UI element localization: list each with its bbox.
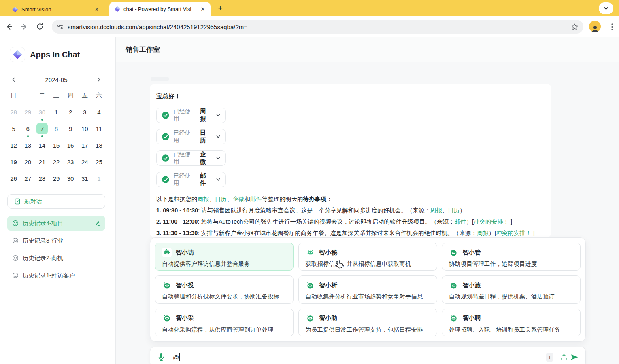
used-tool-chip-weekly[interactable]: 已经使用 周报	[156, 108, 226, 123]
tab-smart-vision[interactable]: Smart Vision ✕	[7, 2, 104, 16]
calendar-day[interactable]: 2	[64, 106, 78, 118]
conflict-warning[interactable]: 冲突的安排！	[496, 230, 531, 236]
agent-card-zhixiaofang[interactable]: 智小访 自动提供客户拜访信息并整合服务	[155, 243, 294, 271]
agent-card-zhixiaoxi[interactable]: 智小析 自动收集并分析行业市场趋势和竞争对手信息	[298, 275, 437, 303]
calendar-day[interactable]: 26	[6, 173, 21, 184]
source-link[interactable]: 周报	[430, 207, 442, 214]
app-brand: Apps In Chat	[10, 47, 80, 62]
calendar-day[interactable]: 1	[92, 173, 106, 184]
profile-avatar[interactable]	[589, 21, 601, 32]
back-button[interactable]	[2, 20, 15, 33]
calendar-day-today[interactable]: 7	[35, 123, 49, 134]
calendar-day[interactable]: 29	[49, 173, 63, 184]
agent-card-zhixiaoguan[interactable]: 智小管 协助项目管理工作，追踪项目进度	[442, 243, 581, 271]
calendar-day[interactable]: 11	[92, 123, 106, 134]
tab-chat-active[interactable]: chat - Powered by Smart Visi ✕	[109, 2, 211, 16]
calendar-day[interactable]: 30	[64, 173, 78, 184]
url-bar[interactable]: smartvision.dcclouds.com/appsinchat/2404…	[52, 20, 583, 34]
used-tool-chip-wecom[interactable]: 已经使用 企微	[156, 150, 226, 166]
tool-link[interactable]: 企微	[233, 196, 245, 202]
calendar-day[interactable]: 5	[6, 123, 21, 134]
calendar-day[interactable]: 14	[35, 140, 49, 151]
calendar-day[interactable]: 6	[21, 123, 35, 134]
agent-card-zhixiaopin[interactable]: 智小聘 处理招聘、入职、培训和员工关系管理任务	[442, 309, 581, 336]
browser-tab-strip: Smart Vision ✕ chat - Powered by Smart V…	[0, 0, 619, 16]
bookmark-star-icon[interactable]	[571, 23, 579, 31]
calendar-day[interactable]: 1	[49, 106, 63, 118]
calendar-day[interactable]: 15	[49, 140, 63, 151]
calendar-day[interactable]: 24	[78, 156, 92, 167]
agent-card-zhixiaolv[interactable]: 智小旅 自动规划出差日程，提供机票、酒店预订	[442, 275, 581, 303]
source-link[interactable]: 周报	[477, 230, 489, 236]
calendar-day[interactable]: 12	[6, 140, 21, 151]
calendar-day[interactable]: 21	[35, 156, 49, 167]
send-icon[interactable]	[569, 352, 580, 362]
calendar-day[interactable]: 23	[64, 156, 78, 167]
calendar-next-icon[interactable]	[94, 75, 104, 85]
check-circle-icon	[162, 111, 170, 119]
calendar-day[interactable]: 31	[78, 173, 92, 184]
calendar-day[interactable]: 20	[21, 156, 35, 167]
agent-description: 协助项目管理工作，追踪项目进度	[449, 260, 574, 268]
calendar-day[interactable]: 19	[6, 156, 21, 167]
sidebar: Apps In Chat 2024-05 日 一 二 三 四 五 六 28	[0, 37, 116, 364]
history-item-industry[interactable]: 历史记录3-行业	[7, 233, 105, 248]
agent-name: 智小助	[319, 314, 337, 322]
close-tab-icon[interactable]: ✕	[93, 6, 100, 13]
weekday-label: 日	[6, 90, 21, 101]
calendar-day[interactable]: 29	[21, 106, 35, 118]
calendar-day[interactable]: 3	[78, 106, 92, 118]
agent-card-zhixiaomi[interactable]: 智小秘 获取招标信息，并从招标信息中获取商机	[298, 243, 437, 271]
new-chat-label: 新对话	[24, 198, 42, 205]
message-input-field[interactable]: @	[173, 353, 546, 361]
calendar-grid: 日 一 二 三 四 五 六 28 29 30 1 2 3 4 5 6 7 8 9…	[6, 90, 106, 184]
calendar-day[interactable]: 8	[49, 123, 63, 134]
agent-card-zhixiaocai[interactable]: 智小采 自动化采购流程，从供应商管理到订单处理	[155, 309, 294, 336]
app-title: Apps In Chat	[30, 50, 80, 59]
agent-card-zhixiaozhu[interactable]: 智小助 为员工提供日常工作管理支持，包括日程安排	[298, 309, 437, 336]
reload-button[interactable]	[33, 20, 46, 33]
calendar-day[interactable]: 13	[21, 140, 35, 151]
tool-name: 日历	[200, 129, 212, 144]
tool-link[interactable]: 邮件	[250, 196, 262, 202]
tool-link[interactable]: 日历	[215, 196, 227, 202]
site-settings-icon[interactable]	[57, 23, 64, 30]
calendar-day[interactable]: 28	[35, 173, 49, 184]
calendar-day[interactable]: 25	[92, 156, 106, 167]
calendar-day[interactable]: 16	[64, 140, 78, 151]
tool-link[interactable]: 周报	[198, 196, 209, 202]
microphone-icon[interactable]	[156, 352, 166, 362]
history-item-visit[interactable]: 历史记录1-拜访客户	[7, 268, 105, 283]
history-item-opportunity[interactable]: 历史记录2-商机	[7, 251, 105, 265]
weekday-label: 五	[78, 90, 92, 101]
conflict-warning[interactable]: 冲突的安排！	[474, 218, 509, 225]
round-robot-icon	[449, 280, 459, 290]
used-tool-chip-calendar[interactable]: 已经使用 日历	[156, 129, 226, 144]
message-input-bar[interactable]: @ 1	[150, 347, 586, 364]
used-tool-chip-mail[interactable]: 已经使用 邮件	[156, 172, 226, 187]
calendar-day[interactable]: 17	[78, 140, 92, 151]
tab-search-button[interactable]	[599, 2, 613, 14]
agent-card-zhixiaotou[interactable]: 智小投 自动整理和分析投标文件要求，协助准备投标...	[155, 275, 294, 303]
calendar-day[interactable]: 4	[92, 106, 106, 118]
source-link[interactable]: 日历	[448, 207, 459, 214]
new-chat-button[interactable]: 新对话	[7, 194, 105, 209]
edit-pencil-icon[interactable]	[94, 220, 100, 226]
upload-icon[interactable]	[559, 352, 569, 362]
calendar-day[interactable]: 30	[35, 106, 49, 118]
weekday-label: 六	[92, 90, 106, 101]
new-tab-button[interactable]: +	[215, 4, 225, 13]
calendar-prev-icon[interactable]	[9, 75, 19, 85]
calendar-day[interactable]: 27	[21, 173, 35, 184]
close-tab-icon[interactable]: ✕	[199, 6, 206, 13]
source-link[interactable]: 邮件	[454, 218, 466, 225]
forward-button[interactable]	[18, 20, 31, 33]
calendar-day[interactable]: 18	[92, 140, 106, 151]
browser-menu-icon[interactable]	[607, 22, 617, 32]
calendar-day[interactable]: 9	[64, 123, 78, 134]
calendar-day[interactable]: 10	[78, 123, 92, 134]
url-text[interactable]: smartvision.dcclouds.com/appsinchat/2404…	[68, 23, 571, 30]
calendar-day[interactable]: 28	[6, 106, 21, 118]
calendar-day[interactable]: 22	[49, 156, 63, 167]
history-item-project[interactable]: 历史记录4-项目	[7, 216, 105, 231]
